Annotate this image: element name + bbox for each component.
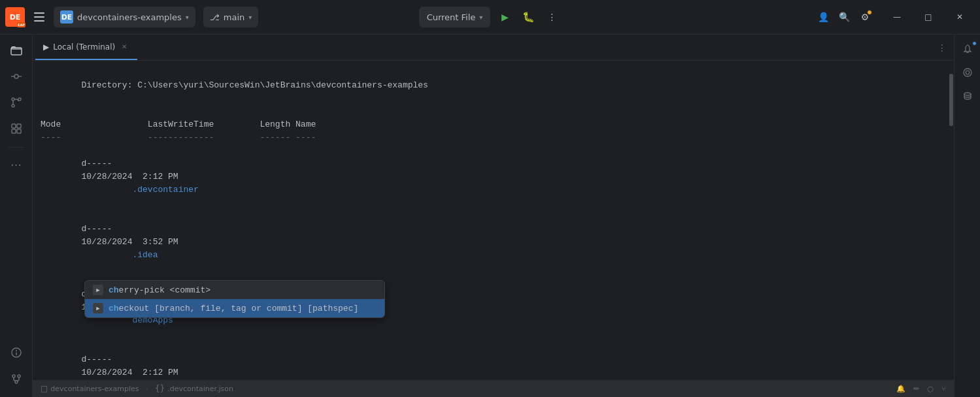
sidebar-item-terminal-manage[interactable] [5,368,28,392]
terminal-line-1: d----- 10/28/2024 2:12 PM .devcontainer [41,144,946,210]
right-database-button[interactable] [957,87,978,108]
svg-point-12 [16,350,17,351]
terminal-content[interactable]: Directory: C:\Users\yuri\SourcesWin\JetB… [33,61,954,380]
app-icon: DE [5,7,25,27]
debug-button[interactable]: 🐛 [519,8,537,26]
close-icon: ✕ [956,12,963,22]
terminal-tab-icon: ▶ [43,42,49,52]
maximize-button[interactable]: □ [913,7,943,27]
status-project-label: devcontainers-examples [50,385,139,393]
autocomplete-cherry-pick-icon: ▶ [93,285,103,295]
right-bell-icon [962,44,973,57]
run-icon: ▶ [501,12,509,22]
right-ai-button[interactable] [957,63,978,84]
right-notifications-button[interactable] [957,40,978,61]
search-button[interactable]: 🔍 [835,8,853,26]
settings-button[interactable]: ⚙ [856,8,874,26]
minimize-icon: — [893,12,901,22]
status-file[interactable]: {} .devcontainer.json [152,380,236,397]
scrollbar[interactable] [949,61,954,380]
svg-point-1 [14,74,18,78]
terminal-tab-label: Local (Terminal) [53,42,115,52]
project-selector[interactable]: DE devcontainers-examples ▾ [54,7,195,27]
sidebar-item-vcs[interactable] [5,92,28,116]
svg-point-6 [12,104,14,107]
scroll-thumb[interactable] [949,74,953,126]
svg-rect-9 [12,129,16,133]
sidebar-item-more[interactable]: ··· [5,153,28,176]
terminal-line-header: Mode LastWriteTime Length Name [41,118,946,131]
add-user-button[interactable]: 👤 [814,8,832,26]
branch-status-icon: ⑂ [941,385,946,393]
grid-icon [10,123,22,137]
autocomplete-item-checkout[interactable]: ▶ checkout [branch, file, tag or commit]… [85,299,384,317]
sidebar-item-files[interactable] [5,40,28,63]
hamburger-menu-button[interactable] [30,8,48,26]
search-icon: 🔍 [839,12,850,22]
status-file-label: .devcontainer.json [167,385,233,393]
svg-rect-7 [12,124,16,128]
terminal-line-2: d----- 10/28/2024 3:52 PM .idea [41,210,946,275]
status-bar-right: 🔔 ✏ ○ ⑂ [894,385,949,393]
minimize-button[interactable]: — [882,7,912,27]
svg-point-16 [18,375,20,377]
status-circle-button[interactable]: ○ [924,385,936,393]
autocomplete-cherry-pick-text: cherry-pick <commit> [109,285,211,295]
terminal-line-blank1 [41,105,946,118]
tab-more-icon: ⋮ [938,42,947,53]
terminal-tab-close[interactable]: ✕ [119,42,129,52]
right-panel [954,35,980,397]
circle-icon: ○ [927,385,934,393]
sidebar-item-commits[interactable] [5,66,28,89]
svg-rect-10 [17,129,21,133]
branch-dropdown-icon: ▾ [248,14,252,21]
hamburger-line-2 [34,16,44,18]
more-icon: ··· [10,158,22,172]
run-config-selector[interactable]: Current File ▾ [419,7,491,27]
sidebar-item-info[interactable] [5,342,28,366]
git-icon [10,97,22,111]
status-edit-button[interactable]: ✏ [911,385,922,393]
window-controls: — □ ✕ [882,7,975,27]
main-layout: ··· [0,35,980,397]
run-more-button[interactable]: ⋮ [543,8,561,26]
svg-point-5 [18,98,21,101]
status-notification-button[interactable]: 🔔 [894,385,908,393]
svg-point-17 [964,93,971,95]
close-button[interactable]: ✕ [945,7,975,27]
tab-bar-actions: ⋮ [933,39,951,57]
status-sep-1: › [146,385,148,393]
tab-more-button[interactable]: ⋮ [933,39,951,57]
run-button[interactable]: ▶ [496,8,514,26]
project-dropdown-icon: ▾ [186,14,189,21]
title-bar-center: Current File ▾ ▶ 🐛 ⋮ [419,7,562,27]
title-bar-left: DE DE devcontainers-examples ▾ ⎇ main ▾ [5,7,414,27]
info-icon [10,347,22,361]
run-more-icon: ⋮ [547,12,556,22]
sidebar-divider [8,147,24,148]
hamburger-line-3 [34,20,44,22]
run-config-dropdown-icon: ▾ [479,14,482,21]
content-area: ▶ Local (Terminal) ✕ ⋮ Directory: C:\Use… [33,35,954,397]
commit-icon [10,71,22,85]
autocomplete-dropdown[interactable]: ▶ cherry-pick <commit> ▶ checkout [branc… [84,280,385,318]
add-user-icon: 👤 [818,12,829,22]
autocomplete-item-cherry-pick[interactable]: ▶ cherry-pick <commit> [85,281,384,299]
autocomplete-checkout-icon: ▶ [93,303,103,313]
status-project[interactable]: □ devcontainers-examples [38,380,142,397]
svg-point-4 [12,98,14,101]
branch-selector[interactable]: ⎇ main ▾ [203,7,259,27]
status-project-icon: □ [41,384,48,393]
project-name-label: devcontainers-examples [77,12,182,22]
status-branch-button[interactable]: ⑂ [939,385,949,393]
status-bar: □ devcontainers-examples › {} .devcontai… [33,380,954,397]
svg-rect-8 [17,124,21,128]
sidebar-item-plugins[interactable] [5,118,28,142]
run-config-label: Current File [427,12,476,22]
tab-local-terminal[interactable]: ▶ Local (Terminal) ✕ [35,35,137,60]
debug-icon: 🐛 [522,11,535,23]
left-sidebar: ··· [0,35,33,397]
notification-badge [972,41,977,46]
terminal-line-directory: Directory: C:\Users\yuri\SourcesWin\JetB… [41,66,946,105]
svg-point-15 [12,375,15,377]
